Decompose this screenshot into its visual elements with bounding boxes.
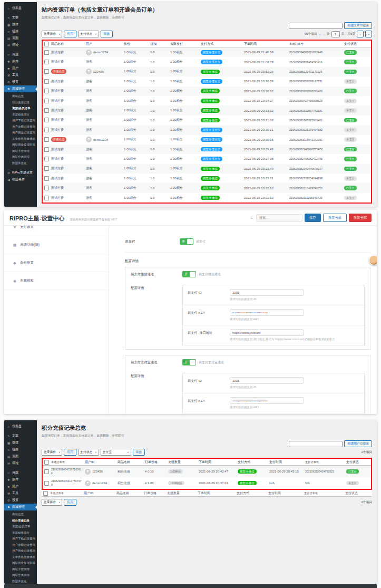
row-checkbox[interactable] (44, 481, 49, 486)
admin-menu-item[interactable]: ✚ 插件 (4, 476, 37, 483)
apply-button[interactable]: 应用 (64, 31, 76, 37)
admin-menu-item[interactable]: ▦ 媒体 (4, 439, 37, 446)
admin-menu-item[interactable]: ◀ 收起菜单 (4, 176, 37, 183)
admin-menu-item[interactable]: ▤ 页面 (4, 35, 37, 42)
select-all-checkbox[interactable] (44, 460, 49, 465)
settings-nav-item[interactable]: ◉ 主题授权 (4, 272, 109, 290)
shop-submenu-item[interactable]: 数据库优化 (4, 160, 37, 167)
admin-menu-item[interactable]: ⚑ 商城管理 (4, 85, 37, 92)
shop-submenu-item[interactable]: 文章价格批量修改 (4, 136, 37, 142)
bulk-actions-select[interactable]: 批量操作∨ (42, 31, 62, 37)
filter-button[interactable]: 筛选 (133, 449, 145, 456)
reset-section-button[interactable]: 重置当前 (323, 214, 347, 222)
row-checkbox[interactable] (44, 60, 49, 64)
search-by-user-id-button[interactable]: 根据用户ID搜索 (344, 440, 372, 447)
field-input[interactable] (230, 309, 304, 316)
admin-menu-item[interactable]: ∞ 链接 (4, 28, 37, 35)
select-all-checkbox[interactable] (43, 491, 48, 496)
shop-submenu-item[interactable]: 资源销售排行 (4, 530, 37, 536)
shop-submenu-item[interactable]: 资源|会员订单 (4, 105, 37, 112)
settings-nav-item[interactable]: ♥ 支付设置 (4, 226, 109, 236)
shop-submenu-item[interactable]: 商城总览 (4, 93, 37, 100)
user-id-search-input[interactable] (289, 441, 343, 447)
row-checkbox[interactable] (44, 166, 49, 171)
bulk-actions-select[interactable]: 批量操作∨ (42, 499, 62, 506)
shop-submenu-item[interactable]: 网站卡密管理 (4, 148, 37, 155)
row-checkbox[interactable] (44, 118, 49, 122)
shop-submenu-item[interactable]: 用户余额记录查询 (4, 542, 37, 548)
search-by-post-id-button[interactable]: 根据文章ID搜索 (344, 22, 372, 29)
field-input[interactable] (230, 377, 304, 384)
channel-toggle[interactable]: 开 (182, 359, 196, 365)
admin-menu-item[interactable]: ✎ 文章 (4, 432, 37, 439)
row-checkbox[interactable] (44, 157, 49, 161)
admin-menu-item[interactable]: ⚙ 设置 (4, 79, 37, 85)
shop-submenu-item[interactable]: 文章价格批量修改 (4, 554, 37, 561)
shop-submenu-item[interactable]: 资源|会员订单 (4, 524, 37, 530)
admin-menu-item[interactable]: ⚒ 工具 (4, 490, 37, 497)
shop-submenu-item[interactable]: 积分充值记录 (4, 100, 37, 106)
post-id-search-input[interactable] (289, 23, 343, 29)
shop-submenu-item[interactable]: 用户佣金记录查询 (4, 548, 37, 554)
channel-toggle[interactable]: 开 (182, 271, 196, 277)
shop-submenu-item[interactable]: 资源销售排行 (4, 112, 37, 118)
row-checkbox[interactable] (44, 137, 49, 142)
admin-menu-item[interactable]: ✂ 外观 (4, 51, 37, 58)
prev-page-button[interactable]: ‹ (323, 33, 325, 36)
row-checkbox[interactable] (44, 147, 49, 152)
row-checkbox[interactable] (44, 79, 49, 84)
row-checkbox[interactable] (44, 89, 49, 93)
first-page-button[interactable]: « (319, 33, 321, 36)
field-input[interactable] (230, 289, 304, 296)
field-input[interactable] (230, 397, 304, 404)
floating-contact-avatar[interactable] (369, 255, 377, 265)
admin-menu-item[interactable]: ✂ 外观 (4, 469, 37, 476)
filter-button[interactable]: 筛选 (101, 31, 113, 37)
admin-menu-item[interactable]: ∞ 链接 (4, 446, 37, 453)
last-page-button[interactable]: » (365, 31, 372, 37)
row-checkbox[interactable] (44, 469, 49, 474)
field-input[interactable] (230, 329, 304, 336)
row-checkbox[interactable] (44, 176, 49, 181)
admin-menu-item[interactable]: ⌂ 仪表盘 (4, 423, 37, 430)
shop-submenu-item[interactable]: 积分充值记录 (4, 518, 37, 524)
row-checkbox[interactable] (44, 69, 49, 74)
current-page-input[interactable] (331, 31, 340, 37)
shop-submenu-item[interactable]: 用户下载记录查询 (4, 118, 37, 124)
admin-menu-item[interactable]: ⌂ 仪表盘 (4, 5, 37, 12)
settings-nav-item[interactable]: ◆ 备份恢复 (4, 254, 109, 272)
admin-menu-item[interactable]: ✉ 评论 (4, 460, 37, 467)
shop-submenu-item[interactable]: 用户余额记录查询 (4, 124, 37, 130)
admin-menu-item[interactable]: ⚙ 设置 (4, 497, 37, 504)
admin-menu-item[interactable]: ▦ 媒体 (4, 21, 37, 28)
admin-menu-item[interactable]: ⚙ RiPro主题设置 (4, 169, 37, 176)
admin-menu-item[interactable]: ✎ 文章 (4, 14, 37, 21)
admin-menu-item[interactable]: ⚒ 工具 (4, 72, 37, 79)
shop-submenu-item[interactable]: 网站卡密管理 (4, 566, 37, 573)
admin-menu-item[interactable]: ☻ 用户 (4, 65, 37, 72)
pay-type-select[interactable]: 支付宝∨ (101, 449, 131, 456)
next-page-button[interactable]: › (357, 31, 364, 37)
pay-status-select[interactable]: 支付状态∨ (78, 31, 99, 37)
shop-submenu-item[interactable]: 商城总览 (4, 512, 37, 518)
epay-toggle[interactable]: 开 (180, 238, 193, 245)
select-all-checkbox[interactable] (44, 42, 49, 46)
row-checkbox[interactable] (44, 196, 49, 200)
settings-nav-item[interactable]: ▦ 高级功能(新) (4, 236, 109, 254)
admin-menu-item[interactable]: ⚑ 商城管理 (4, 504, 37, 510)
admin-menu-item[interactable]: ✚ 插件 (4, 58, 37, 65)
shop-submenu-item[interactable]: 网站佣金提现审核 (4, 142, 37, 148)
shop-submenu-item[interactable]: 用户佣金记录查询 (4, 130, 37, 136)
shop-submenu-item[interactable]: 网站佣金提现审核 (4, 560, 37, 566)
shop-submenu-item[interactable]: 数据库优化 (4, 579, 37, 584)
row-checkbox[interactable] (44, 99, 49, 103)
shop-submenu-item[interactable]: 网站会员管理 (4, 572, 37, 579)
reset-all-button[interactable]: 重置全部 (349, 214, 372, 222)
apply-button[interactable]: 应用 (64, 499, 76, 506)
save-button[interactable]: 保存 (305, 214, 321, 222)
row-checkbox[interactable] (44, 50, 49, 55)
shop-submenu-item[interactable]: 用户下载记录查询 (4, 536, 37, 542)
admin-menu-item[interactable]: ✉ 评论 (4, 42, 37, 49)
pay-status-select[interactable]: 支付状态∨ (78, 449, 99, 456)
settings-search-input[interactable] (256, 214, 302, 222)
